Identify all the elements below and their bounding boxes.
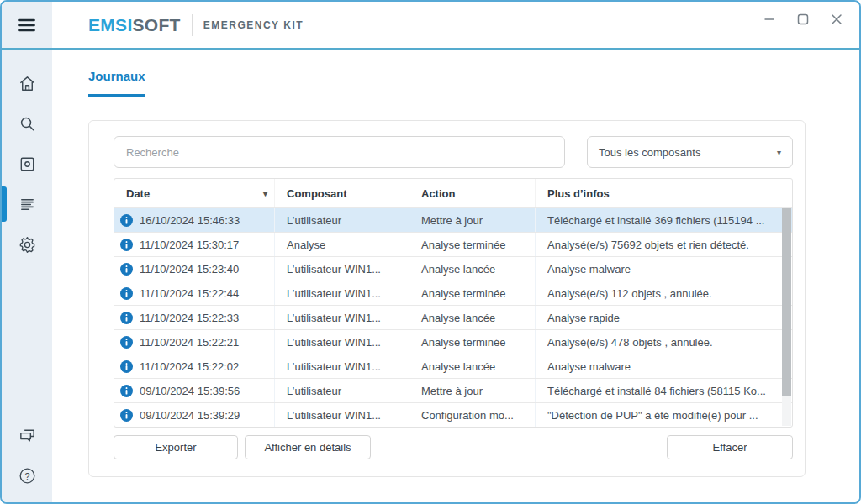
sidebar-item-home[interactable] [2, 63, 52, 103]
row-date: 16/10/2024 15:46:33 [140, 214, 240, 227]
column-header-component[interactable]: Composant [274, 179, 409, 207]
close-button[interactable] [826, 8, 848, 30]
action-button-row: Exporter Afficher en détails Effacer [114, 435, 793, 459]
row-date-cell: 11/10/2024 15:23:40 [114, 257, 274, 281]
maximize-button[interactable] [792, 8, 814, 30]
info-icon [120, 287, 133, 300]
info-icon [120, 263, 133, 276]
sidebar-item-scan[interactable] [2, 103, 52, 144]
row-action: Analyse lancée [409, 354, 535, 378]
maximize-icon [796, 13, 810, 26]
sort-arrow-icon: ▾ [263, 189, 267, 198]
home-icon [18, 74, 37, 93]
row-component: L’utilisateur [274, 208, 409, 232]
search-icon [18, 114, 37, 134]
row-date-cell: 09/10/2024 15:39:56 [114, 379, 274, 402]
row-component: L’utilisateur [274, 379, 409, 402]
close-icon [830, 13, 843, 26]
column-header-date[interactable]: Date ▾ [114, 179, 274, 207]
logs-panel: Tous les composants ▾ Date ▾ Composant A… [88, 120, 806, 477]
row-date: 11/10/2024 15:23:40 [140, 263, 239, 276]
row-action: Analyse lancée [409, 257, 535, 281]
table-row[interactable]: 11/10/2024 15:22:02 L’utilisateur WIN1..… [114, 354, 792, 378]
product-name: EMERGENCY KIT [203, 19, 304, 31]
sidebar-item-feedback[interactable] [2, 415, 52, 455]
row-action: Configuration mo... [409, 403, 535, 427]
row-date: 09/10/2024 15:39:29 [140, 409, 240, 422]
column-header-action[interactable]: Action [409, 179, 535, 207]
table-scrollbar[interactable] [782, 208, 791, 426]
info-icon [120, 360, 133, 373]
table-row[interactable]: 11/10/2024 15:22:44 L’utilisateur WIN1..… [114, 281, 792, 305]
search-input[interactable] [114, 136, 565, 168]
row-date-cell: 11/10/2024 15:22:33 [114, 306, 274, 329]
info-icon [120, 385, 133, 397]
table-row[interactable]: 09/10/2024 15:39:56 L’utilisateur Mettre… [114, 378, 792, 402]
title-bar: EMSISOFT EMERGENCY KIT [2, 2, 859, 48]
logs-icon [18, 195, 37, 214]
table-row[interactable]: 11/10/2024 15:30:17 Analyse Analyse term… [114, 232, 792, 256]
menu-button[interactable] [2, 2, 52, 48]
table-row[interactable]: 11/10/2024 15:22:33 L’utilisateur WIN1..… [114, 305, 792, 329]
emsisoft-logo: EMSISOFT [88, 15, 181, 35]
row-component: L’utilisateur WIN1... [274, 257, 409, 281]
info-icon [120, 336, 133, 349]
clear-button[interactable]: Effacer [667, 435, 793, 459]
export-button[interactable]: Exporter [114, 435, 238, 459]
tab-journaux[interactable]: Journaux [88, 69, 145, 97]
row-action: Analyse lancée [409, 306, 535, 329]
row-details: Analysé(e/s) 75692 objets et rien détect… [535, 233, 792, 256]
row-details: Téléchargé et installé 369 fichiers (115… [535, 208, 792, 232]
show-details-button[interactable]: Afficher en détails [245, 435, 371, 459]
row-date-cell: 09/10/2024 15:39:29 [114, 403, 274, 427]
row-date: 11/10/2024 15:22:44 [140, 287, 239, 300]
tab-bar: Journaux [88, 69, 806, 97]
gear-icon [18, 235, 37, 255]
filter-row: Tous les composants ▾ [114, 136, 793, 168]
help-icon: ? [18, 466, 37, 486]
row-action: Analyse terminée [409, 233, 535, 256]
column-header-details[interactable]: Plus d’infos [535, 179, 792, 207]
table-row[interactable]: 11/10/2024 15:22:21 L’utilisateur WIN1..… [114, 329, 792, 354]
minimize-button[interactable] [758, 8, 780, 30]
chevron-down-icon: ▾ [777, 148, 781, 157]
info-icon [120, 312, 133, 324]
row-component: Analyse [274, 233, 409, 256]
row-date: 11/10/2024 15:22:33 [140, 312, 239, 324]
row-date-cell: 11/10/2024 15:22:44 [114, 281, 274, 305]
quarantine-icon [18, 155, 37, 174]
sidebar-item-settings[interactable] [2, 224, 52, 265]
row-date: 09/10/2024 15:39:56 [140, 385, 240, 397]
row-component: L’utilisateur WIN1... [274, 403, 409, 427]
sidebar-item-quarantine[interactable] [2, 144, 52, 184]
row-action: Mettre à jour [409, 379, 535, 402]
table-row[interactable]: 09/10/2024 15:39:29 L’utilisateur WIN1..… [114, 402, 792, 427]
app-window: EMSISOFT EMERGENCY KIT [0, 0, 861, 504]
row-component: L’utilisateur WIN1... [274, 330, 409, 354]
row-details: "Détection de PUP" a été modifié(e) pour… [535, 403, 792, 427]
component-filter-value: Tous les composants [599, 146, 700, 159]
component-filter-dropdown[interactable]: Tous les composants ▾ [587, 136, 793, 168]
row-date: 11/10/2024 15:22:21 [140, 336, 239, 349]
row-details: Analyse rapide [535, 306, 792, 329]
brand-area: EMSISOFT EMERGENCY KIT [52, 2, 304, 48]
table-row[interactable]: 16/10/2024 15:46:33 L’utilisateur Mettre… [114, 207, 792, 232]
row-details: Analyse malware [535, 354, 792, 378]
svg-text:?: ? [24, 470, 29, 480]
row-date-cell: 11/10/2024 15:22:02 [114, 354, 274, 378]
row-action: Mettre à jour [409, 208, 535, 232]
row-details: Téléchargé et installé 84 fichiers (5811… [535, 379, 792, 402]
row-action: Analyse terminée [409, 281, 535, 305]
sidebar-item-help[interactable]: ? [2, 455, 52, 496]
scrollbar-thumb[interactable] [782, 208, 791, 396]
row-date-cell: 11/10/2024 15:30:17 [114, 233, 274, 256]
info-icon [120, 214, 133, 227]
row-component: L’utilisateur WIN1... [274, 306, 409, 329]
chat-icon [18, 426, 37, 445]
table-row[interactable]: 11/10/2024 15:23:40 L’utilisateur WIN1..… [114, 256, 792, 281]
sidebar-item-logs[interactable] [2, 184, 52, 224]
row-component: L’utilisateur WIN1... [274, 281, 409, 305]
window-controls [758, 8, 848, 30]
row-date: 11/10/2024 15:30:17 [140, 239, 239, 251]
row-details: Analysé(e/s) 478 objets , annulée. [535, 330, 792, 354]
